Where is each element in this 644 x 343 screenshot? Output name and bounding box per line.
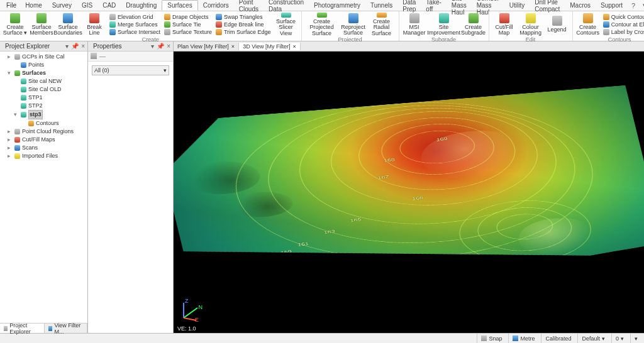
tree-item-scans[interactable]: ▸Scans: [8, 144, 86, 152]
tree-item-surf[interactable]: STP1: [8, 94, 86, 102]
tab-surfaces[interactable]: Surfaces: [162, 0, 197, 11]
msi-manager-button[interactable]: MSIManager: [402, 13, 427, 36]
contours-icon: [583, 13, 593, 23]
ribbon-group-create: CreateSurface ▾ SurfaceMembers SurfaceBo…: [0, 11, 302, 41]
work-area: Project Explorer ▾ 📌 × ▸GCPs in Site Cal…: [0, 41, 644, 333]
reproject-surface-button[interactable]: ReprojectSurface: [341, 13, 366, 36]
elevation-grid-button[interactable]: Elevation Grid: [108, 13, 162, 21]
colour-mapping-button[interactable]: ColourMapping: [518, 13, 543, 36]
surface-members-button[interactable]: SurfaceMembers: [29, 13, 54, 36]
edge-breakline-button[interactable]: Edge Break line: [214, 21, 272, 28]
tab-home[interactable]: Home: [20, 1, 47, 10]
label-by-crossing-button[interactable]: Label by Crossing: [602, 28, 644, 36]
3d-canvas[interactable]: 169 168 167 166 165 163 161 159 Z N E VE…: [174, 52, 644, 333]
status-default[interactable]: Default ▾: [577, 334, 609, 343]
ribbon-group-subgrade: MSIManager SiteImprovement CreateSubgrad…: [399, 11, 489, 41]
create-projected-surface-button[interactable]: Create ProjectedSurface: [304, 13, 340, 36]
tab-draughting[interactable]: Draughting: [121, 1, 162, 10]
help-button[interactable]: ?: [628, 1, 639, 11]
tree-item-surf[interactable]: STP2: [8, 102, 86, 110]
status-calibrated[interactable]: Calibrated: [541, 334, 575, 343]
surface-texture-button[interactable]: Surface Texture: [163, 28, 213, 36]
panel-header: Properties ▾ 📌 ×: [88, 41, 173, 52]
props-tool-icon[interactable]: —: [99, 53, 106, 60]
tab-utility[interactable]: Utility: [504, 1, 530, 10]
tree-item-surf[interactable]: Site cal NEW: [8, 77, 86, 85]
cutfill-map-button[interactable]: Cut/FillMap: [492, 13, 517, 36]
legend-button[interactable]: Legend: [545, 13, 570, 36]
drape-icon: [164, 14, 170, 20]
merge-surfaces-button[interactable]: Merge Surfaces: [108, 21, 162, 28]
tree-item-contours[interactable]: Contours: [8, 119, 86, 128]
explorer-bottom-tabs: Project Explorer View Filter M...: [0, 323, 87, 333]
slicer-icon: [281, 13, 291, 18]
status-bar: Snap Metre Calibrated Default ▾ 0 ▾ ▾: [0, 333, 644, 343]
surface-boundaries-button[interactable]: SurfaceBoundaries: [55, 13, 80, 36]
tab-macros[interactable]: Macros: [565, 1, 596, 10]
swap-triangles-button[interactable]: Swap Triangles: [214, 13, 272, 21]
close-icon[interactable]: ×: [292, 43, 296, 50]
trim-icon: [216, 29, 222, 35]
explorer-tree[interactable]: ▸GCPs in Site Cal Points ▾Surfaces Site …: [0, 52, 87, 323]
msi-icon: [409, 13, 419, 23]
contour-label: 159: [279, 249, 292, 255]
subgrade-icon: [469, 13, 479, 23]
surface-tie-button[interactable]: Surface Tie: [163, 21, 213, 28]
tab-corridors[interactable]: Corridors: [198, 1, 234, 10]
trim-surface-edge-button[interactable]: Trim Surface Edge: [214, 28, 272, 36]
cutfill-icon: [499, 13, 509, 23]
status-zero[interactable]: 0 ▾: [611, 334, 628, 343]
bottom-tab-viewfilter[interactable]: View Filter M...: [45, 324, 87, 333]
close-icon[interactable]: ×: [167, 43, 170, 50]
axis-gizmo[interactable]: Z N E: [177, 299, 200, 322]
tab-cad[interactable]: CAD: [97, 1, 121, 10]
tab-gis[interactable]: GIS: [77, 1, 97, 10]
break-line-button[interactable]: BreakLine: [82, 13, 107, 36]
pin-icon[interactable]: 📌: [71, 43, 79, 50]
create-radial-surface-button[interactable]: Create RadialSurface: [367, 13, 396, 36]
surface-slicer-button[interactable]: SurfaceSlicer View: [274, 13, 299, 36]
tree-item-surfaces[interactable]: ▾Surfaces: [8, 69, 86, 77]
dropdown-icon[interactable]: ▾: [151, 43, 154, 50]
status-snap[interactable]: Snap: [477, 334, 506, 343]
view-tab-plan[interactable]: Plan View [My Filter]×: [174, 43, 239, 50]
site-improvement-button[interactable]: SiteImprovement: [428, 13, 460, 36]
props-tool-icon[interactable]: [91, 53, 97, 59]
pin-icon[interactable]: 📌: [157, 43, 164, 50]
tree-item-cfm[interactable]: ▸Cut/Fill Maps: [8, 136, 86, 144]
tree-item-surf[interactable]: Site Cal OLD: [8, 85, 86, 94]
create-surface-button[interactable]: CreateSurface ▾: [3, 13, 28, 36]
file-menu[interactable]: File: [3, 1, 20, 10]
status-units[interactable]: Metre: [508, 334, 538, 343]
ribbon-group-edit: Cut/FillMap ColourMapping Legend Edit: [489, 11, 573, 41]
tree-item-gcps[interactable]: ▸GCPs in Site Cal: [8, 53, 86, 61]
tab-tunnels[interactable]: Tunnels: [365, 1, 397, 10]
tree-item-points[interactable]: Points: [8, 61, 86, 69]
tab-photogrammetry[interactable]: Photogrammetry: [309, 1, 365, 10]
close-icon[interactable]: ×: [81, 43, 85, 50]
properties-filter-dropdown[interactable]: All (0)▾: [92, 65, 169, 75]
surface-intersect-button[interactable]: Surface Intersect: [108, 28, 162, 36]
status-drop[interactable]: ▾: [630, 334, 641, 343]
create-subgrade-button[interactable]: CreateSubgrade: [461, 13, 486, 36]
tree-item-stp3[interactable]: ▾stp3: [8, 110, 86, 119]
drape-objects-button[interactable]: Drape Objects: [163, 13, 213, 21]
tree-item-imported[interactable]: ▸Imported Files: [8, 152, 86, 160]
quick-contours-button[interactable]: Quick Contours: [602, 13, 644, 21]
dropdown-icon[interactable]: ▾: [65, 43, 69, 50]
texture-icon: [164, 29, 170, 35]
chevron-down-icon[interactable]: ▾: [639, 0, 644, 11]
create-contours-button[interactable]: CreateContours: [575, 13, 601, 36]
properties-toolbar: —: [88, 52, 173, 62]
view-tab-3d[interactable]: 3D View [My Filter]×: [239, 43, 301, 50]
tab-support[interactable]: Support: [596, 1, 628, 10]
tree-item-pcr[interactable]: ▸Point Cloud Regions: [8, 128, 86, 136]
contour-at-elevation-button[interactable]: Contour at Elevation: [602, 21, 644, 28]
bottom-tab-explorer[interactable]: Project Explorer: [0, 324, 45, 333]
tab-survey[interactable]: Survey: [47, 1, 77, 10]
project-explorer-panel: Project Explorer ▾ 📌 × ▸GCPs in Site Cal…: [0, 41, 88, 333]
quick-icon: [603, 14, 609, 20]
chevron-down-icon: ▾: [635, 335, 638, 342]
close-icon[interactable]: ×: [231, 43, 235, 50]
vertical-exaggeration-label: VE: 1.0: [177, 325, 196, 332]
